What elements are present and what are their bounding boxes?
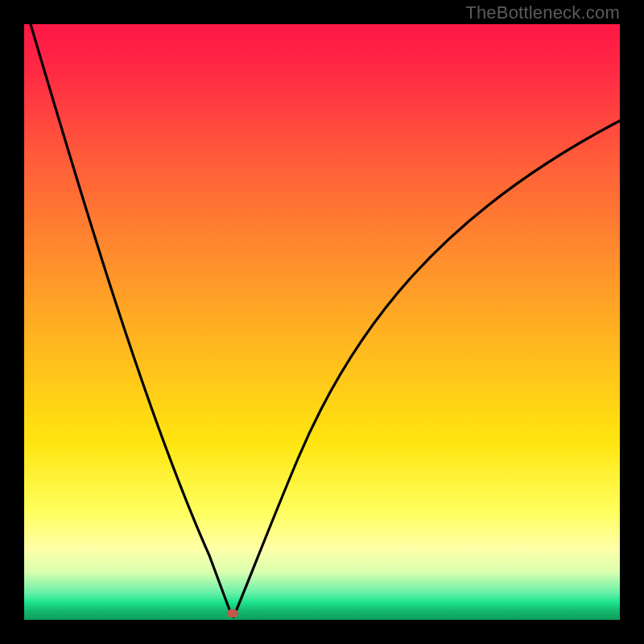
bottleneck-curve [24, 24, 620, 620]
chart-frame: TheBottleneck.com [0, 0, 644, 644]
plot-area [24, 24, 620, 620]
curve-path [31, 24, 620, 617]
attribution-label: TheBottleneck.com [465, 2, 620, 23]
optimal-marker [227, 609, 238, 617]
